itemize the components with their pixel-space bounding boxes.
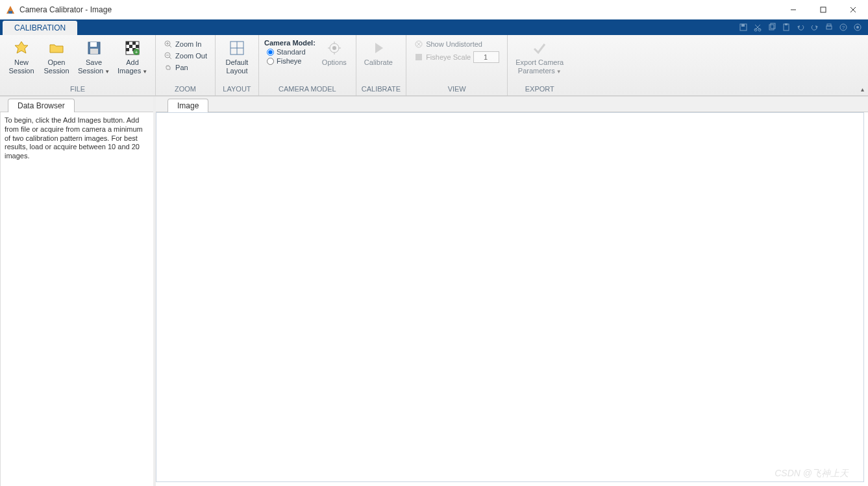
image-canvas: [156, 112, 864, 482]
svg-rect-17: [827, 24, 831, 26]
zoom-out-icon: [164, 51, 173, 60]
options-button[interactable]: Options: [318, 38, 351, 68]
collapse-ribbon-button[interactable]: ▴: [861, 86, 864, 93]
checkerboard-icon: +: [123, 39, 142, 57]
image-panel: Image: [156, 97, 868, 486]
close-button[interactable]: [838, 0, 868, 19]
folder-open-icon: [47, 39, 66, 57]
fisheye-scale-field[interactable]: Fisheye Scale: [412, 51, 502, 64]
save-session-button[interactable]: Save Session▼: [75, 38, 112, 76]
calibrate-button[interactable]: Calibrate: [362, 38, 395, 68]
export-camera-parameters-button[interactable]: Export Camera Parameters▼: [513, 38, 566, 76]
open-session-button[interactable]: Open Session: [40, 38, 73, 76]
group-label: CAMERA MODEL: [264, 84, 351, 95]
radio-fisheye[interactable]: Fisheye: [264, 57, 316, 65]
svg-marker-51: [375, 43, 383, 53]
check-icon: [530, 39, 549, 57]
tab-data-browser[interactable]: Data Browser: [8, 99, 75, 112]
svg-line-40: [169, 57, 171, 59]
copy-icon[interactable]: [765, 21, 778, 33]
svg-rect-1: [8, 11, 12, 14]
new-session-button[interactable]: New Session: [5, 38, 38, 76]
svg-rect-13: [785, 23, 787, 25]
redo-icon[interactable]: [808, 21, 821, 33]
tab-image[interactable]: Image: [167, 99, 208, 112]
zoom-in-icon: [164, 40, 173, 49]
svg-point-21: [856, 26, 859, 29]
workspace: Data Browser To begin, click the Add Ima…: [0, 96, 868, 486]
svg-text:?: ?: [842, 25, 845, 30]
save-disk-icon: [85, 39, 103, 57]
fisheye-scale-input[interactable]: [473, 51, 499, 63]
camera-model-title: Camera Model:: [264, 39, 316, 47]
svg-rect-31: [126, 48, 129, 51]
svg-rect-10: [769, 25, 774, 30]
radio-standard[interactable]: Standard: [264, 48, 316, 56]
ribbon: New Session Open Session Save Session▼ +…: [0, 35, 868, 96]
zoom-in-button[interactable]: Zoom In: [161, 39, 210, 49]
svg-marker-22: [15, 42, 28, 53]
settings-icon[interactable]: [851, 21, 864, 33]
gear-icon: [325, 39, 343, 57]
group-label: LAYOUT: [221, 84, 253, 95]
data-browser-panel: Data Browser To begin, click the Add Ima…: [0, 97, 156, 486]
chevron-down-icon: ▼: [556, 69, 562, 75]
undo-icon[interactable]: [794, 21, 807, 33]
chevron-down-icon: ▼: [142, 69, 147, 75]
checkbox-icon: [414, 40, 423, 49]
window-title: Camera Calibrator - Image: [19, 5, 778, 14]
data-browser-help-text: To begin, click the Add Images button. A…: [0, 112, 153, 486]
svg-rect-24: [90, 42, 97, 47]
svg-rect-25: [90, 49, 98, 54]
layout-grid-icon: [228, 39, 246, 57]
show-undistorted-checkbox[interactable]: Show Undistorted: [412, 39, 502, 49]
group-calibrate: Calibrate CALIBRATE: [356, 35, 406, 95]
pan-hand-icon: [164, 63, 173, 72]
zoom-out-button[interactable]: Zoom Out: [161, 51, 210, 61]
scale-icon: [414, 53, 423, 62]
ribbon-tabstrip: CALIBRATION ?: [0, 19, 868, 35]
group-export: Export Camera Parameters▼ EXPORT: [508, 35, 571, 95]
svg-rect-7: [741, 24, 745, 27]
maximize-button[interactable]: [808, 0, 838, 19]
svg-rect-3: [821, 7, 826, 12]
group-view: Show Undistorted Fisheye Scale VIEW: [406, 35, 508, 95]
svg-point-46: [332, 46, 336, 50]
group-label: CALIBRATE: [362, 84, 401, 95]
titlebar: Camera Calibrator - Image: [0, 0, 868, 19]
quick-access-toolbar: ?: [737, 19, 868, 35]
svg-rect-16: [826, 26, 832, 29]
group-label: FILE: [5, 84, 150, 95]
svg-rect-55: [415, 54, 422, 60]
tab-calibration[interactable]: CALIBRATION: [3, 21, 77, 35]
svg-rect-11: [771, 23, 775, 29]
svg-rect-27: [126, 42, 129, 45]
group-zoom: Zoom In Zoom Out Pan ZOOM: [156, 35, 216, 95]
paste-icon[interactable]: [780, 21, 793, 33]
cut-icon[interactable]: [751, 21, 764, 33]
svg-line-36: [169, 45, 171, 47]
svg-rect-28: [132, 42, 136, 45]
svg-text:+: +: [135, 49, 138, 55]
play-icon: [369, 39, 388, 57]
group-label: VIEW: [412, 84, 502, 95]
default-layout-button[interactable]: Default Layout: [221, 38, 253, 76]
pan-button[interactable]: Pan: [161, 62, 210, 73]
add-images-button[interactable]: + Add Images▼: [115, 38, 150, 76]
chevron-down-icon: ▼: [105, 69, 110, 75]
watermark: CSDN @飞神上天: [775, 468, 849, 480]
print-icon[interactable]: [823, 21, 836, 33]
group-file: New Session Open Session Save Session▼ +…: [0, 35, 156, 95]
svg-rect-30: [136, 45, 139, 48]
group-label: EXPORT: [513, 84, 566, 95]
save-icon[interactable]: [737, 21, 750, 33]
new-session-icon: [12, 39, 31, 57]
svg-rect-29: [129, 45, 132, 48]
app-icon: [5, 5, 16, 15]
group-camera-model: Camera Model: Standard Fisheye Options C…: [259, 35, 356, 95]
group-label: ZOOM: [161, 84, 210, 95]
minimize-button[interactable]: [778, 0, 808, 19]
group-layout: Default Layout LAYOUT: [216, 35, 259, 95]
help-icon[interactable]: ?: [837, 21, 850, 33]
